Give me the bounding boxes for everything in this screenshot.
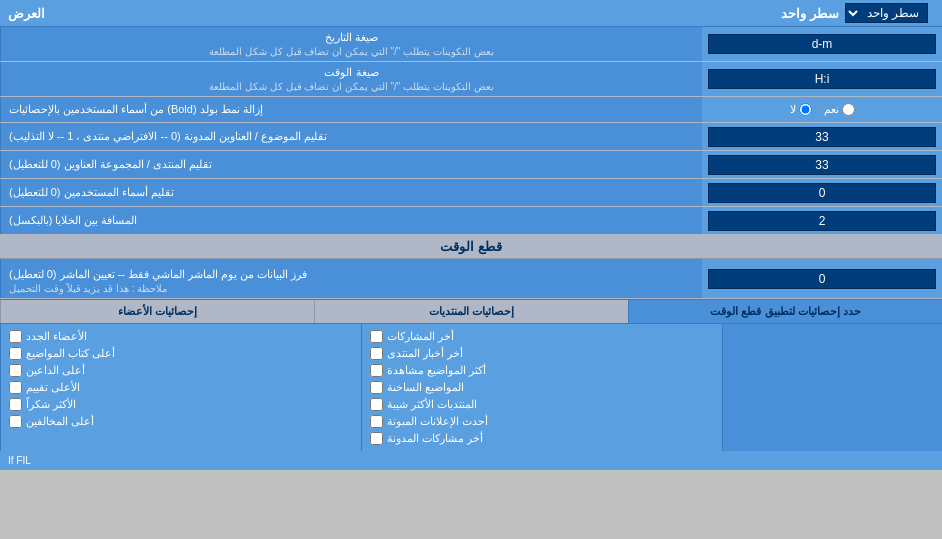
cutoff-input[interactable]: 0: [708, 269, 936, 289]
subject-titles-input[interactable]: 33: [708, 127, 936, 147]
checkbox-item: أخر المشاركات: [370, 328, 714, 345]
page-title: العرض: [8, 6, 45, 21]
member-stat-4-checkbox[interactable]: [9, 381, 22, 394]
checkbox-item: أعلى كتاب المواضيع: [9, 345, 353, 362]
display-mode-select[interactable]: سطر واحد سطرين ثلاثة أسطر: [845, 3, 928, 23]
if-fil-note: If FIL: [0, 451, 942, 470]
time-format-sublabel: بعض التكوينات يتطلب "/" التي يمكن ان تضا…: [209, 81, 493, 92]
forum-stat-7-checkbox[interactable]: [370, 432, 383, 445]
date-format-label: صيغة التاريخ: [325, 31, 378, 44]
forum-stats-col: أخر المشاركات أخر أخبار المنتدى أكثر الم…: [361, 324, 722, 451]
member-stat-1-checkbox[interactable]: [9, 330, 22, 343]
forum-stat-3-checkbox[interactable]: [370, 364, 383, 377]
subject-titles-label: تقليم الموضوع / العناوين المدونة (0 -- ا…: [9, 130, 327, 143]
bold-yes-radio[interactable]: [842, 103, 855, 116]
member-stat-6-checkbox[interactable]: [9, 415, 22, 428]
checkbox-item: الأعلى تقييم: [9, 379, 353, 396]
checkbox-item: الأكثر شكراً: [9, 396, 353, 413]
date-format-sublabel: بعض التكوينات يتطلب "/" التي يمكن ان تضا…: [209, 46, 493, 57]
checkbox-item: أخر أخبار المنتدى: [370, 345, 714, 362]
forum-stat-4-checkbox[interactable]: [370, 381, 383, 394]
cutoff-note: ملاحظة : هذا قد يزيد قيلاً وقت التحميل: [9, 283, 167, 294]
forum-stat-6-checkbox[interactable]: [370, 415, 383, 428]
bold-remove-label: إزالة نمط بولد (Bold) من أسماء المستخدمي…: [9, 103, 263, 116]
member-stats-col: الأعضاء الجدد أعلى كتاب المواضيع أعلى ال…: [0, 324, 361, 451]
time-format-label: صيغة الوقت: [324, 66, 378, 79]
forum-stat-5-checkbox[interactable]: [370, 398, 383, 411]
apply-col: [722, 324, 942, 451]
cell-spacing-label: المسافة بين الخلايا (بالبكسل): [9, 214, 138, 227]
checkbox-item: أخر مشاركات المدونة: [370, 430, 714, 447]
date-format-input[interactable]: d-m: [708, 34, 936, 54]
col2-header: إحصائيات المنتديات: [314, 300, 628, 323]
usernames-label: تقليم أسماء المستخدمين (0 للتعطيل): [9, 186, 174, 199]
forum-stat-1-checkbox[interactable]: [370, 330, 383, 343]
cell-spacing-input[interactable]: 2: [708, 211, 936, 231]
checkbox-item: أعلى الداعين: [9, 362, 353, 379]
checkbox-item: أكثر المواضيع مشاهدة: [370, 362, 714, 379]
forum-stat-2-checkbox[interactable]: [370, 347, 383, 360]
checkbox-item: أعلى المخالفين: [9, 413, 353, 430]
member-stat-2-checkbox[interactable]: [9, 347, 22, 360]
cutoff-section-header: قطع الوقت: [0, 235, 942, 259]
apply-stats-label: حدد إحصائيات لتطبيق قطع الوقت: [710, 305, 860, 318]
checkbox-item: أحدث الإعلانات المبونة: [370, 413, 714, 430]
bold-no-radio[interactable]: [799, 103, 812, 116]
checkbox-item: المواضيع الساخنة: [370, 379, 714, 396]
forum-titles-label: تقليم المنتدى / المجموعة العناوين (0 للت…: [9, 158, 212, 171]
usernames-input[interactable]: 0: [708, 183, 936, 203]
bold-no-label: لا: [790, 103, 812, 116]
member-stat-3-checkbox[interactable]: [9, 364, 22, 377]
forum-titles-input[interactable]: 33: [708, 155, 936, 175]
display-mode-label: سطر واحد: [781, 6, 839, 21]
cutoff-label: فرز البيانات من يوم الماشر الماشي فقط --…: [9, 268, 307, 281]
member-stat-5-checkbox[interactable]: [9, 398, 22, 411]
checkbox-item: الأعضاء الجدد: [9, 328, 353, 345]
col1-header: إحصائيات الأعضاء: [0, 300, 314, 323]
checkbox-item: المنتديات الأكثر شيبة: [370, 396, 714, 413]
time-format-input[interactable]: H:i: [708, 69, 936, 89]
bold-yes-label: نعم: [824, 103, 855, 116]
